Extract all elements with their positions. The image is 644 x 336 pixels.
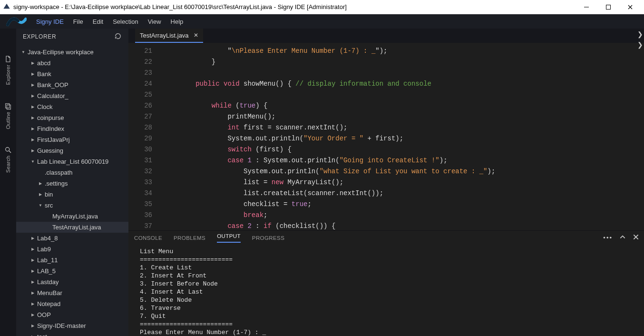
- tree-item-label: test: [37, 333, 47, 336]
- tree-folder[interactable]: Guessing: [16, 145, 128, 156]
- tree-item-label: Bank: [37, 70, 51, 78]
- more-icon[interactable]: •••: [603, 234, 613, 241]
- brand-label[interactable]: Signy IDE: [31, 18, 68, 25]
- tree-folder[interactable]: Bank: [16, 69, 128, 79]
- tree-folder[interactable]: MenuBar: [16, 287, 128, 298]
- tree-folder[interactable]: Calculator_: [16, 90, 128, 101]
- tree-folder[interactable]: .settings: [16, 178, 128, 189]
- tree-item-label: Lab4_8: [37, 235, 58, 242]
- tree-item-label: TestArrayList.java: [52, 224, 101, 231]
- code-editor[interactable]: 2122232425262728293031323334353637 "\nPl…: [128, 43, 644, 230]
- tree-item-label: Calculator_: [37, 92, 68, 99]
- window-minimize-button[interactable]: [576, 0, 597, 14]
- tree-item-label: Guessing: [37, 147, 63, 154]
- app-icon: [3, 2, 10, 11]
- editor-tabbar: TestArrayList.java ✕: [128, 29, 644, 43]
- window-close-button[interactable]: [619, 0, 641, 14]
- svg-rect-3: [7, 105, 10, 109]
- overflow-icon-2[interactable]: ❯: [637, 41, 643, 49]
- tree-folder[interactable]: coinpurse: [16, 112, 128, 123]
- menu-help[interactable]: Help: [166, 18, 188, 25]
- file-icon: [4, 55, 12, 63]
- tree-file[interactable]: .classpath: [16, 167, 128, 178]
- tree-item-label: Lab Linear_List 60070019: [37, 158, 108, 165]
- tree-folder[interactable]: bin: [16, 189, 128, 200]
- panel-tabbar: CONSOLE PROBLEMS OUTPUT PROGRESS •••: [128, 230, 644, 245]
- activity-outline[interactable]: Outline: [0, 94, 16, 138]
- window-maximize-button[interactable]: [597, 0, 619, 14]
- tab-testarraylist[interactable]: TestArrayList.java ✕: [135, 29, 203, 43]
- panel-tab-console[interactable]: CONSOLE: [134, 235, 162, 241]
- sidebar-title: EXPLORER: [23, 33, 56, 40]
- tree-folder[interactable]: Lab Linear_List 60070019: [16, 156, 128, 167]
- svg-rect-2: [6, 103, 10, 108]
- menu-file[interactable]: File: [68, 18, 88, 25]
- tree-folder[interactable]: src: [16, 200, 128, 211]
- tree-folder[interactable]: LAB_5: [16, 266, 128, 277]
- tree-folder[interactable]: Lab4_8: [16, 233, 128, 244]
- panel-close-icon[interactable]: [633, 234, 639, 242]
- tree-folder[interactable]: test: [16, 331, 128, 336]
- tree-item-label: Clock: [37, 103, 53, 110]
- refresh-icon[interactable]: [114, 32, 122, 41]
- tree-item-label: Notepad: [37, 300, 60, 307]
- tree-folder[interactable]: FindIndex: [16, 123, 128, 134]
- activity-search[interactable]: Search: [0, 138, 16, 181]
- tree-item-label: .settings: [45, 180, 68, 187]
- tree-folder[interactable]: Lastday: [16, 277, 128, 287]
- tree-folder[interactable]: OOP: [16, 309, 128, 320]
- sidebar: EXPLORER Java-Ecilipse workplace abcdBan…: [16, 29, 128, 336]
- tree-folder[interactable]: abcd: [16, 58, 128, 69]
- tree-item-label: MyArrayList.java: [52, 213, 98, 220]
- tree-folder[interactable]: Signy-IDE-master: [16, 320, 128, 331]
- menu-edit[interactable]: Edit: [88, 18, 108, 25]
- editor-area: ❯ ❯ TestArrayList.java ✕ 212223242526272…: [128, 29, 644, 336]
- tree-item-label: abcd: [37, 59, 50, 67]
- overflow-icon[interactable]: ❯: [637, 30, 643, 38]
- tree-item-label: MenuBar: [37, 289, 62, 296]
- tree-root-label: Java-Ecilipse workplace: [28, 49, 94, 56]
- tree-item-label: FindIndex: [37, 125, 64, 132]
- file-tree[interactable]: Java-Ecilipse workplace abcdBankBank_OOP…: [16, 45, 128, 336]
- tree-root[interactable]: Java-Ecilipse workplace: [16, 47, 128, 58]
- tree-item-label: coinpurse: [37, 114, 64, 121]
- activity-explorer[interactable]: Explorer: [0, 47, 16, 94]
- panel-tab-progress[interactable]: PROGRESS: [252, 235, 284, 241]
- tree-item-label: .classpath: [45, 169, 73, 176]
- outline-icon: [4, 102, 12, 110]
- svg-point-4: [6, 147, 10, 151]
- tree-item-label: Signy-IDE-master: [37, 322, 86, 329]
- tree-item-label: bin: [45, 191, 53, 198]
- tree-item-label: Bank_OOP: [37, 81, 68, 89]
- menu-selection[interactable]: Selection: [108, 18, 143, 25]
- tree-folder[interactable]: Bank_OOP: [16, 79, 128, 90]
- tree-item-label: OOP: [37, 311, 51, 318]
- code-body[interactable]: "\nPlease Enter Menu Number (1-7) : _");…: [164, 43, 644, 230]
- sidebar-header: EXPLORER: [16, 29, 128, 45]
- svg-line-5: [9, 151, 11, 153]
- tree-folder[interactable]: Lab_11: [16, 255, 128, 266]
- tree-folder[interactable]: Clock: [16, 101, 128, 112]
- tree-folder[interactable]: Notepad: [16, 298, 128, 309]
- svg-rect-1: [606, 5, 611, 9]
- tree-folder[interactable]: FirstJavaPrj: [16, 134, 128, 145]
- tree-item-label: Lab9: [37, 246, 51, 253]
- tree-item-label: FirstJavaPrj: [37, 136, 70, 143]
- tree-item-label: Lastday: [37, 278, 59, 286]
- tree-folder[interactable]: Lab9: [16, 244, 128, 255]
- menubar: Signy IDE File Edit Selection View Help: [0, 14, 644, 29]
- tree-file[interactable]: TestArrayList.java: [16, 222, 128, 233]
- close-icon[interactable]: ✕: [194, 32, 198, 39]
- output-panel[interactable]: List Menu ========================= 1. C…: [128, 245, 644, 336]
- svg-rect-0: [584, 7, 589, 7]
- brand-logo-icon: [4, 14, 29, 29]
- panel-tab-output[interactable]: OUTPUT: [217, 233, 241, 243]
- menu-view[interactable]: View: [143, 18, 166, 25]
- tab-label: TestArrayList.java: [140, 32, 189, 39]
- tree-file[interactable]: MyArrayList.java: [16, 211, 128, 222]
- panel-tab-problems[interactable]: PROBLEMS: [174, 235, 205, 241]
- window-titlebar: signy-workspace - E:\Java-Ecilipse workp…: [0, 0, 644, 14]
- search-icon: [4, 146, 12, 154]
- gutter: 2122232425262728293031323334353637: [128, 43, 164, 230]
- chevron-up-icon[interactable]: [619, 234, 626, 242]
